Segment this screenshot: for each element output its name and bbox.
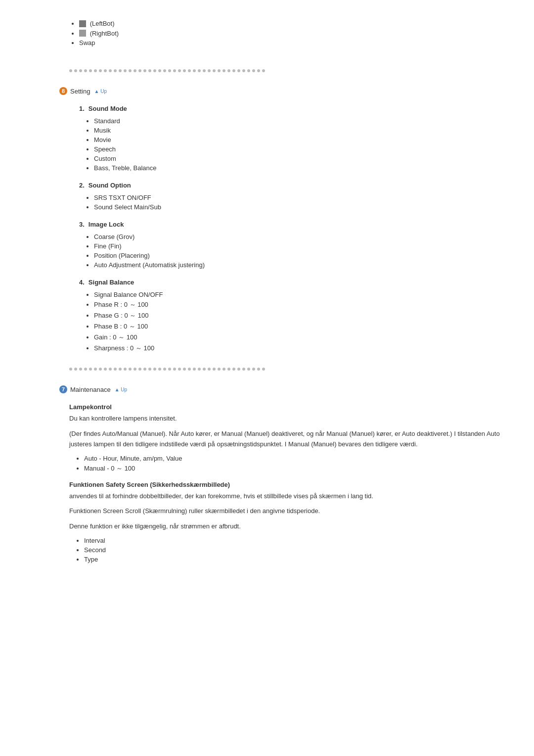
image-lock-header: Image Lock (79, 221, 504, 228)
list-item: Custom (94, 155, 504, 162)
rightbot-label: (RightBot) (90, 30, 119, 37)
list-item: Manual - 0 ～ 100 (84, 464, 504, 473)
list-item: Speech (94, 145, 504, 153)
list-item: Interval (84, 537, 504, 544)
signal-balance-list: Signal Balance ON/OFF Phase R : 0 ～ 100 … (79, 291, 504, 353)
up-arrow-icon: ▲ Up (94, 89, 106, 94)
rightbot-icon (79, 30, 86, 37)
setting-icon: 8 (59, 87, 67, 95)
list-item: Signal Balance ON/OFF (94, 291, 504, 298)
list-item: Swap (79, 39, 504, 47)
maintenance-icon: 7 (59, 385, 67, 393)
list-item: (LeftBot) (79, 20, 504, 28)
setting-numbered-list: Sound Mode Standard Musik Movie Speech C… (79, 105, 504, 353)
divider-top (30, 69, 504, 72)
list-item: Auto - Hour, Minute, am/pm, Value (84, 455, 504, 462)
signal-balance-header: Signal Balance (79, 279, 504, 286)
top-section: (LeftBot) (RightBot) Swap (30, 10, 504, 54)
signal-balance-item: Signal Balance Signal Balance ON/OFF Pha… (79, 279, 504, 353)
maintenance-body: Lampekontrol Du kan kontrollere lampens … (59, 403, 504, 563)
safety-screen-block: Funktionen Safety Screen (Sikkerhedsskær… (69, 481, 504, 563)
image-lock-title: Image Lock (89, 221, 124, 228)
lampekontrol-detail: (Der findes Auto/Manual (Manuel). Når Au… (69, 429, 504, 450)
maintenance-title-link[interactable]: Maintenanace (70, 386, 111, 393)
list-item: Fine (Fin) (94, 242, 504, 250)
list-item: Gain : 0 ～ 100 (94, 333, 504, 342)
sound-mode-header: Sound Mode (79, 105, 504, 112)
maintenance-up-arrow-icon: ▲ Up (115, 387, 127, 392)
list-item: Auto Adjustment (Automatisk justering) (94, 261, 504, 269)
safety-screen-detail1: Funktionen Screen Scroll (Skærmrulning) … (69, 506, 504, 517)
list-item: Coarse (Grov) (94, 233, 504, 240)
list-item: Phase R : 0 ～ 100 (94, 300, 504, 309)
lampekontrol-description: Du kan kontrollere lampens intensitet. (69, 414, 504, 424)
sound-option-item: Sound Option SRS TSXT ON/OFF Sound Selec… (79, 182, 504, 211)
list-item: Movie (94, 136, 504, 143)
setting-title-link[interactable]: Setting (70, 88, 90, 95)
safety-screen-title: Funktionen Safety Screen (Sikkerhedsskær… (69, 481, 504, 488)
swap-label: Swap (79, 39, 95, 47)
safety-screen-description: anvendes til at forhindre dobbeltbillede… (69, 491, 504, 502)
signal-balance-title: Signal Balance (89, 279, 134, 286)
list-item: Musik (94, 127, 504, 134)
list-item: Sound Select Main/Sub (94, 203, 504, 211)
setting-up-link[interactable]: ▲ Up (94, 88, 106, 94)
list-item: (RightBot) (79, 30, 504, 38)
list-item: Type (84, 556, 504, 563)
list-item: Standard (94, 117, 504, 125)
sound-option-header: Sound Option (79, 182, 504, 189)
sound-option-list: SRS TSXT ON/OFF Sound Select Main/Sub (79, 194, 504, 211)
list-item: Position (Placering) (94, 252, 504, 259)
safety-screen-detail2: Denne funktion er ikke tilgængelig, når … (69, 521, 504, 532)
divider-middle (30, 368, 504, 371)
maintenance-content: Lampekontrol Du kan kontrollere lampens … (30, 403, 504, 563)
list-item: Phase G : 0 ～ 100 (94, 311, 504, 320)
leftbot-icon (79, 20, 86, 27)
setting-content: Sound Mode Standard Musik Movie Speech C… (30, 105, 504, 353)
sound-mode-item: Sound Mode Standard Musik Movie Speech C… (79, 105, 504, 172)
sound-option-title: Sound Option (89, 182, 131, 189)
leftbot-label: (LeftBot) (90, 20, 115, 27)
maintenance-up-link[interactable]: ▲ Up (115, 386, 127, 392)
lampekontrol-list: Auto - Hour, Minute, am/pm, Value Manual… (69, 455, 504, 473)
safety-screen-list: Interval Second Type (69, 537, 504, 563)
list-item: Second (84, 546, 504, 554)
setting-section-header: 8 Setting ▲ Up (30, 87, 504, 95)
sound-mode-title: Sound Mode (89, 105, 127, 112)
image-lock-item: Image Lock Coarse (Grov) Fine (Fin) Posi… (79, 221, 504, 269)
list-item: Sharpness : 0 ～ 100 (94, 344, 504, 353)
lampekontrol-title: Lampekontrol (69, 403, 504, 411)
list-item: SRS TSXT ON/OFF (94, 194, 504, 201)
lampekontrol-block: Lampekontrol Du kan kontrollere lampens … (69, 403, 504, 472)
image-lock-list: Coarse (Grov) Fine (Fin) Position (Place… (79, 233, 504, 269)
sound-mode-list: Standard Musik Movie Speech Custom Bass,… (79, 117, 504, 172)
top-bullet-list: (LeftBot) (RightBot) Swap (69, 20, 504, 47)
list-item: Bass, Treble, Balance (94, 164, 504, 172)
list-item: Phase B : 0 ～ 100 (94, 322, 504, 331)
maintenance-section-header: 7 Maintenanace ▲ Up (30, 385, 504, 393)
